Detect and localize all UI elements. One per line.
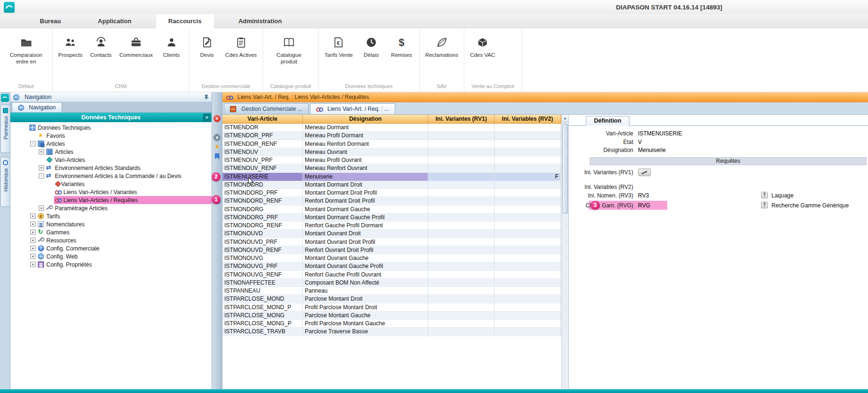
expand-toggle-icon[interactable]: +: [39, 205, 44, 211]
collapse-toggle-icon[interactable]: -: [30, 141, 35, 146]
table-row-istmonouvg[interactable]: ISTMONOUVGMontant Ouvrant Gauche: [222, 254, 561, 262]
table-row-istmonouvg-renf[interactable]: ISTMONOUVG_RENFRenfort Gauche Profil Ouv…: [222, 271, 561, 279]
tree-item-param-trage-articles[interactable]: +Paramétrage Articles: [10, 204, 212, 212]
rail-tab-panneaux[interactable]: Panneaux: [0, 105, 10, 153]
ribbon-button-cdes-vac[interactable]: Cdes VAC: [467, 36, 498, 58]
table-row-istpanneau[interactable]: ISTPANNEAUPanneau: [222, 287, 561, 295]
table-row-istparclose-mong-p[interactable]: ISTPARCLOSE_MONG_PProfil Parclose Montan…: [222, 320, 561, 328]
table-row-istparclose-travb[interactable]: ISTPARCLOSE_TRAVBParclose Traverse Basse: [222, 328, 561, 336]
ribbon-button-prospects[interactable]: Prospects: [55, 36, 86, 58]
table-row-istparclose-mong[interactable]: ISTPARCLOSE_MONGParclose Montant Gauche: [222, 312, 561, 320]
rail-tab-historique[interactable]: Historique: [0, 157, 10, 207]
document-tab-gestion-commerciale[interactable]: Gestion Commerciale ...: [224, 103, 309, 114]
collapse-toggle-icon[interactable]: -: [39, 173, 44, 179]
column-header-vari-article[interactable]: Vari-Article: [222, 115, 303, 123]
ribbon-button-commerciaux[interactable]: Commerciaux: [116, 36, 156, 58]
edit-query-button[interactable]: [638, 169, 651, 176]
ribbon-group-crm: ProspectsContactsCommerciauxClientsCRM: [53, 28, 189, 92]
column-header-d-signation[interactable]: Désignation: [303, 115, 428, 123]
table-row-istmonouvd[interactable]: ISTMONOUVDMontant Ouvrant Droit: [222, 230, 561, 238]
expand-toggle-icon[interactable]: +: [39, 165, 44, 170]
table-row-istmenuiserie[interactable]: ISTMENUISERIEMenuiserieF: [222, 173, 561, 181]
settings-button[interactable]: [213, 133, 221, 142]
table-row-istmondorg[interactable]: ISTMONDORGMontant Dormant Gauche: [222, 205, 561, 214]
ribbon-button-tarifs-vente[interactable]: €Tarifs Vente: [321, 36, 356, 58]
favorite-button[interactable]: ★: [213, 143, 221, 151]
expand-toggle-icon[interactable]: +: [30, 246, 35, 251]
pin-icon[interactable]: [204, 94, 209, 100]
tree-item-environnement-articles-la-commande-au-de[interactable]: -Environnement Articles à la Commande / …: [10, 172, 212, 180]
table-row-istmenouv[interactable]: ISTMENOUVMeneau Ouvrant: [222, 148, 561, 156]
expand-toggle-icon[interactable]: +: [30, 230, 35, 235]
menu-tab-application[interactable]: Application: [86, 14, 144, 28]
table-row-istmondord[interactable]: ISTMONDORDMontant Dormant Droit: [222, 181, 561, 189]
table-row-istmonouvg-prf[interactable]: ISTMONOUVG_PRFMontant Ouvrant Gauche Pro…: [222, 262, 561, 270]
tree-item-nomenclatures[interactable]: +Nomenclatures: [10, 220, 212, 228]
tree-item-environnement-articles-standards[interactable]: +Environnement Articles Standards: [10, 164, 212, 172]
query-value: RVG: [638, 202, 650, 209]
tree-item-articles[interactable]: -Articles: [10, 140, 212, 148]
table-row-istmendor-prf[interactable]: ISTMENDOR_PRFMeneau Profil Dormant: [222, 132, 561, 140]
table-row-istparclose-mond[interactable]: ISTPARCLOSE_MONDParclose Montant Droit: [222, 295, 561, 303]
table-row-istmonouvd-prf[interactable]: ISTMONOUVD_PRFMontant Ouvrant Droit Prof…: [222, 238, 561, 246]
menu-tab-administration[interactable]: Administration: [226, 14, 294, 28]
tab-definition[interactable]: Définition: [586, 116, 629, 126]
tree-item-articles[interactable]: +Articles: [10, 148, 212, 156]
document-tab-liens-vari-art-req[interactable]: Liens Vari-Art. / Req. : ...: [310, 103, 396, 114]
table-row-istmenouv-renf[interactable]: ISTMENOUV_RENFMeneau Renfort Ouvrant: [222, 164, 561, 172]
field-label: Vari-Article: [569, 130, 633, 138]
menu-tab-bureau[interactable]: Bureau: [27, 14, 73, 28]
tree-item-config-web[interactable]: +Config. Web: [10, 252, 212, 260]
tab-navigation[interactable]: Navigation: [12, 102, 62, 112]
scrollbar-thumb[interactable]: [562, 124, 568, 214]
tree-item-gammes[interactable]: +Gammes: [10, 228, 212, 236]
tree-item-liens-vari-articles-requ-tes[interactable]: Liens Vari-Articles / Requêtes: [10, 196, 212, 204]
column-header-ini-variantes-rv1[interactable]: Ini. Variantes (RV1): [428, 115, 495, 123]
help-button[interactable]: ?: [761, 202, 768, 208]
tree-item-config-propri-t-s[interactable]: +Config. Propriétés: [10, 260, 212, 268]
expand-panel-button[interactable]: »: [203, 114, 211, 121]
table-row-istmondorg-prf[interactable]: ISTMONDORG_PRFMontant Dormant Gauche Pro…: [222, 214, 561, 222]
ribbon-button-contacts[interactable]: Contacts: [86, 36, 116, 58]
ribbon-button-clients[interactable]: Clients: [156, 36, 186, 58]
close-button[interactable]: ×: [213, 114, 221, 123]
tree-item-config-commerciale[interactable]: +Config. Commerciale: [10, 244, 212, 252]
table-row-istparclose-mond-p[interactable]: ISTPARCLOSE_MOND_PProfil Parclose Montan…: [222, 304, 561, 312]
expand-toggle-icon[interactable]: +: [30, 214, 35, 219]
tree-item-label: Données Techniques: [38, 125, 91, 131]
help-button[interactable]: ?: [761, 192, 768, 198]
expand-toggle-icon[interactable]: +: [30, 238, 35, 243]
table-row-istmonouvd-renf[interactable]: ISTMONOUVD_RENFRenfort Ouvrant Droit Pro…: [222, 246, 561, 254]
tree-item-tarifs[interactable]: +Tarifs: [10, 212, 212, 220]
ribbon-button-remises[interactable]: $Remises: [387, 36, 417, 58]
table-row-istnonaffectee[interactable]: ISTNONAFFECTEEComposant BOM Non Affecté: [222, 279, 561, 287]
ribbon-button-cdes-actives[interactable]: Cdes Actives: [222, 36, 260, 58]
table-row-istmondord-prf[interactable]: ISTMONDORD_PRFMontant Dormant Droit Prof…: [222, 189, 561, 197]
tree-item-donn-es-techniques[interactable]: Données Techniques: [10, 124, 212, 132]
expand-toggle-icon[interactable]: +: [30, 222, 35, 227]
expand-toggle-icon[interactable]: +: [30, 262, 35, 267]
table-row-istmendor-renf[interactable]: ISTMENDOR_RENFMeneau Renfort Dormant: [222, 140, 561, 148]
table-row-istmenouv-prf[interactable]: ISTMENOUV_PRFMeneau Profil Ouvrant: [222, 156, 561, 164]
tree-item-variantes[interactable]: Variantes: [10, 180, 212, 188]
bookmark-button[interactable]: [213, 152, 221, 161]
ribbon-button-reclamations[interactable]: Reclamations: [422, 36, 462, 58]
menu-tab-raccourcis[interactable]: Raccourcis: [156, 14, 214, 28]
tree-item-liens-vari-articles-variantes[interactable]: Liens Vari-Articles / Variantes: [10, 188, 212, 196]
tree-item-ressources[interactable]: +Ressources: [10, 236, 212, 244]
table-row-istmendor[interactable]: ISTMENDORMeneau Dormant: [222, 124, 561, 132]
app-mini-icon[interactable]: [1, 94, 9, 102]
table-row-istmondord-renf[interactable]: ISTMONDORD_RENFRenfort Dormant Droit Pro…: [222, 197, 561, 205]
ribbon-button-d-lais[interactable]: Délais: [356, 36, 387, 58]
table-row-istmondorg-renf[interactable]: ISTMONDORG_RENFRenfort Gauche Profil Dor…: [222, 222, 561, 230]
expand-toggle-icon[interactable]: +: [30, 254, 35, 259]
tree-item-vari-articles[interactable]: Vari-Articles: [10, 156, 212, 164]
tree-item-favoris[interactable]: Favoris: [10, 132, 212, 140]
scroll-up-button[interactable]: [562, 115, 568, 122]
ribbon-button-catalogue-produit[interactable]: Catalogue produit: [266, 36, 313, 65]
expand-toggle-icon[interactable]: +: [39, 149, 44, 154]
vertical-scrollbar[interactable]: [561, 115, 569, 389]
column-header-ini-variables-rv2[interactable]: Ini. Variables (RV2): [495, 115, 561, 123]
ribbon-button-comparaison-entre-en[interactable]: Comparaison entre en: [2, 36, 50, 65]
ribbon-button-devis[interactable]: Devis: [192, 36, 222, 58]
